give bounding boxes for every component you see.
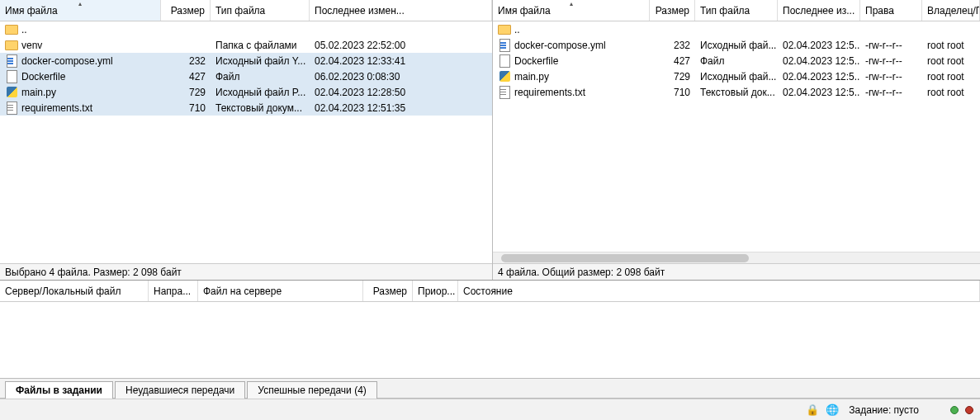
file-name: .. (21, 24, 27, 35)
col-name-label: Имя файла (498, 5, 551, 17)
cell-name: main.py (0, 84, 161, 100)
remote-pane: ▴ Имя файла Размер Тип файла Последнее и… (493, 0, 980, 280)
file-row[interactable]: .. (493, 21, 980, 37)
cell-type: Исходный файл P... (211, 84, 310, 100)
col-name[interactable]: ▴ Имя файла (0, 0, 161, 21)
file-panes: ▴ Имя файла Размер Тип файла Последнее и… (0, 0, 980, 281)
qcol-status[interactable]: Состояние (458, 281, 980, 301)
yaml-file-icon (498, 39, 511, 52)
cell-owner: root root (922, 68, 980, 84)
file-row[interactable]: main.py729Исходный фай...02.04.2023 12:5… (493, 68, 980, 84)
transfer-queue: Сервер/Локальный файл Напра... Файл на с… (0, 281, 980, 379)
cell-size (161, 21, 211, 37)
queue-body[interactable] (0, 302, 980, 378)
file-name: .. (514, 24, 520, 35)
sort-asc-icon: ▴ (570, 0, 573, 7)
qcol-label: Приор... (418, 286, 455, 297)
cell-size: 729 (650, 68, 695, 84)
tab-label: Неудавшиеся передачи (125, 385, 234, 396)
folder-icon (5, 39, 18, 52)
file-row[interactable]: Dockerfile427Файл02.04.2023 12:5...-rw-r… (493, 53, 980, 68)
cell-type: Исходный фай... (695, 68, 778, 84)
globe-icon[interactable]: 🌐 (826, 403, 839, 416)
cell-type: Текстовый док... (695, 84, 778, 100)
cell-date (310, 21, 492, 37)
file-row[interactable]: docker-compose.yml232Исходный файл Y...0… (0, 53, 492, 68)
col-permissions[interactable]: Права (860, 0, 922, 21)
tab-failed-transfers[interactable]: Неудавшиеся передачи (115, 381, 245, 399)
col-modified-label: Последнее измен... (315, 5, 405, 17)
status-bar: 🔒 🌐 Задание: пусто (0, 399, 980, 420)
local-status: Выбрано 4 файла. Размер: 2 098 байт (0, 263, 492, 280)
remote-file-list[interactable]: ..docker-compose.yml232Исходный фай...02… (493, 21, 980, 252)
file-row[interactable]: docker-compose.yml232Исходный фай...02.0… (493, 37, 980, 53)
python-file-icon (5, 86, 18, 99)
col-owner[interactable]: Владелец/Г... (922, 0, 980, 21)
cell-date: 02.04.2023 12:5... (778, 68, 860, 84)
python-file-icon (498, 70, 511, 83)
col-type[interactable]: Тип файла (211, 0, 310, 21)
text-file-icon (5, 101, 18, 115)
col-size-label: Размер (656, 5, 689, 17)
cell-size: 232 (650, 37, 695, 53)
text-file-icon (498, 86, 511, 99)
cell-type (211, 21, 310, 37)
col-perm-label: Права (865, 5, 894, 17)
cell-date: 05.02.2023 22:52:00 (310, 37, 492, 53)
local-pane: ▴ Имя файла Размер Тип файла Последнее и… (0, 0, 493, 280)
local-file-list[interactable]: ..venvПапка с файлами05.02.2023 22:52:00… (0, 21, 492, 263)
file-row[interactable]: requirements.txt710Текстовый док...02.04… (493, 84, 980, 100)
scrollbar-thumb[interactable] (501, 254, 749, 262)
col-modified[interactable]: Последнее измен... (310, 0, 492, 21)
cell-name: main.py (493, 68, 650, 84)
col-size[interactable]: Размер (650, 0, 695, 21)
qcol-direction[interactable]: Напра... (149, 281, 198, 301)
col-name[interactable]: ▴ Имя файла (493, 0, 650, 21)
lock-icon[interactable]: 🔒 (806, 403, 819, 416)
cell-perm: -rw-r--r-- (860, 53, 922, 68)
horizontal-scrollbar[interactable] (493, 252, 980, 263)
col-type[interactable]: Тип файла (695, 0, 778, 21)
col-type-label: Тип файла (700, 5, 750, 17)
cell-size: 427 (650, 53, 695, 68)
remote-status-text: 4 файла. Общий размер: 2 098 байт (498, 267, 665, 278)
col-modified-label: Последнее из... (783, 5, 855, 17)
qcol-label: Состояние (463, 286, 513, 297)
cell-name: Dockerfile (493, 53, 650, 68)
tab-label: Успешные передачи (4) (258, 385, 367, 396)
file-row[interactable]: main.py729Исходный файл P...02.04.2023 1… (0, 84, 492, 100)
cell-size: 710 (650, 84, 695, 100)
col-size[interactable]: Размер (161, 0, 211, 21)
queue-column-header: Сервер/Локальный файл Напра... Файл на с… (0, 281, 980, 302)
file-row[interactable]: requirements.txt710Текстовый докум...02.… (0, 100, 492, 116)
col-owner-label: Владелец/Г... (927, 5, 980, 17)
tab-queued-files[interactable]: Файлы в задании (5, 381, 113, 399)
cell-type: Исходный фай... (695, 37, 778, 53)
col-modified[interactable]: Последнее из... (778, 0, 860, 21)
file-row[interactable]: Dockerfile427Файл06.02.2023 0:08:30 (0, 68, 492, 84)
tab-successful-transfers[interactable]: Успешные передачи (4) (247, 381, 377, 399)
file-name: Dockerfile (514, 55, 558, 67)
local-status-text: Выбрано 4 файла. Размер: 2 098 байт (5, 267, 182, 278)
file-name: Dockerfile (21, 71, 65, 83)
qcol-priority[interactable]: Приор... (413, 281, 458, 301)
cell-name: .. (0, 21, 161, 37)
folder-icon (5, 23, 18, 36)
cell-name: Dockerfile (0, 68, 161, 84)
queue-status-text: Задание: пусто (849, 404, 919, 416)
activity-led-idle (950, 406, 959, 414)
cell-date: 02.04.2023 12:5... (778, 53, 860, 68)
col-size-label: Размер (171, 5, 205, 17)
qcol-remote-file[interactable]: Файл на сервере (198, 281, 363, 301)
qcol-size[interactable]: Размер (363, 281, 413, 301)
file-row[interactable]: venvПапка с файлами05.02.2023 22:52:00 (0, 37, 492, 53)
cell-name: venv (0, 37, 161, 53)
qcol-label: Напра... (154, 286, 191, 297)
file-name: main.py (21, 87, 56, 98)
remote-status: 4 файла. Общий размер: 2 098 байт (493, 263, 980, 280)
file-name: requirements.txt (514, 87, 585, 98)
file-name: docker-compose.yml (514, 40, 606, 51)
qcol-server-local[interactable]: Сервер/Локальный файл (0, 281, 149, 301)
file-name: docker-compose.yml (21, 55, 113, 67)
file-row[interactable]: .. (0, 21, 492, 37)
